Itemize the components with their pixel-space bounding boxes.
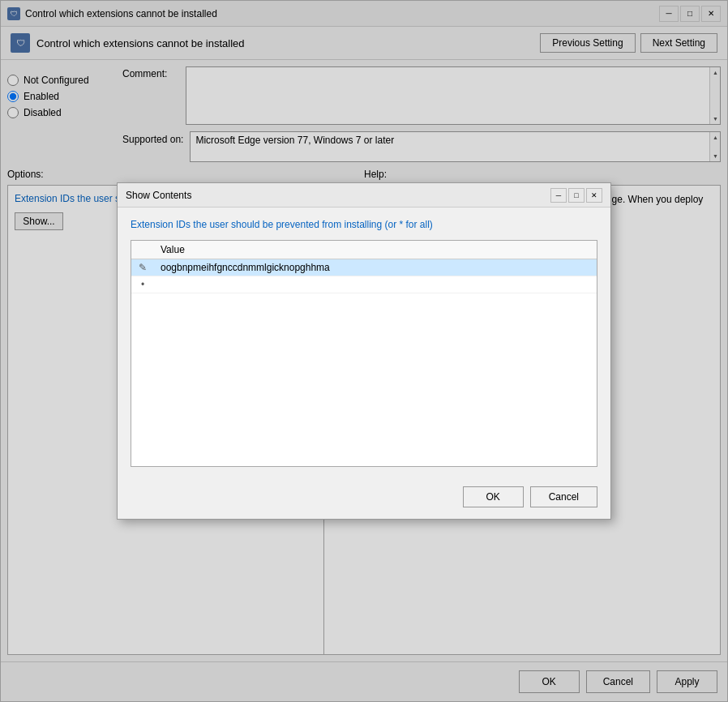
table-header-row: Value (131, 241, 597, 259)
modal-title: Show Contents (126, 190, 191, 201)
col-value-header: Value (154, 241, 597, 259)
modal-description: Extension IDs the user should be prevent… (131, 219, 597, 230)
col-icon-header (131, 241, 154, 259)
row-value-input[interactable] (159, 278, 592, 291)
modal-restore-button[interactable]: □ (568, 188, 585, 203)
row-icon: • (131, 276, 154, 293)
modal-table-body: ✎• (131, 259, 597, 293)
modal-ok-button[interactable]: OK (463, 486, 524, 507)
modal-body: Extension IDs the user should be prevent… (118, 208, 610, 478)
table-row: • (131, 276, 597, 293)
modal-window: Show Contents ─ □ ✕ Extension IDs the us… (117, 182, 611, 520)
row-value-input[interactable] (159, 261, 592, 274)
modal-controls: ─ □ ✕ (550, 188, 602, 203)
modal-cancel-button[interactable]: Cancel (530, 486, 597, 507)
modal-close-button[interactable]: ✕ (586, 188, 602, 203)
modal-table-wrapper: Value ✎• (131, 240, 597, 467)
modal-footer: OK Cancel (118, 478, 610, 519)
modal-title-bar: Show Contents ─ □ ✕ (118, 183, 610, 208)
table-row: ✎ (131, 259, 597, 276)
row-icon: ✎ (131, 259, 154, 276)
modal-overlay: Show Contents ─ □ ✕ Extension IDs the us… (1, 1, 727, 701)
row-value-cell[interactable] (154, 276, 597, 293)
row-value-cell[interactable] (154, 259, 597, 276)
modal-minimize-button[interactable]: ─ (550, 188, 567, 203)
main-window: 🛡 Control which extensions cannot be ins… (0, 0, 728, 702)
modal-table: Value ✎• (131, 241, 597, 293)
